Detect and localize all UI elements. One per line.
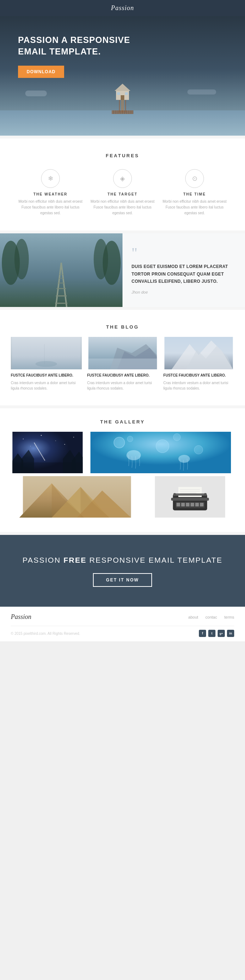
feature-item-time: ⊙ THE TIME Morbi non efficitur nibh duis… (162, 169, 227, 216)
social-linkedin-icon[interactable]: in (227, 630, 234, 637)
blog-image-3 (163, 337, 234, 369)
svg-rect-65 (186, 503, 190, 506)
feature-weather-name: THE WEATHER (18, 192, 83, 196)
svg-point-32 (23, 439, 24, 439)
gallery-section: THE GALLERY (0, 408, 245, 532)
features-grid: ❄ THE WEATHER Morbi non efficitur nibh d… (11, 169, 234, 216)
footer-nav-about[interactable]: about (188, 615, 199, 619)
cta-title-part2: RESPONSIVE EMAIL TEMPLATE (87, 556, 222, 564)
svg-point-49 (173, 434, 180, 441)
footer-copyright: © 2015 pixelthird.com. All Rights Reserv… (11, 632, 80, 636)
svg-point-22 (35, 361, 57, 367)
social-googleplus-icon[interactable]: g+ (218, 630, 225, 637)
hero-illustration (18, 89, 227, 135)
svg-rect-27 (88, 358, 157, 369)
svg-point-36 (30, 446, 31, 446)
time-icon: ⊙ (185, 169, 204, 188)
quote-text: DUIS EGET EUISMOD ET LOREM PLACERAT TORT… (131, 263, 236, 285)
blog-item-3-title: FUSTCE FAUCIBUSY ANTE LIBERO. (163, 373, 234, 378)
header: Passion (0, 0, 245, 16)
social-facebook-icon[interactable]: f (199, 630, 206, 637)
footer-bottom-row: © 2015 pixelthird.com. All Rights Reserv… (11, 626, 234, 637)
quote-author: Jhon doe (131, 290, 236, 294)
blog-item-2: FUSTCE FAUCIBUSY ANTE LIBERO. Cras inter… (87, 337, 158, 391)
blog-item-1-desc: Cras interdum vestum a dolor amet turisi… (11, 380, 82, 391)
separator-4 (0, 406, 245, 408)
get-it-now-button[interactable]: GET IT NOW (93, 573, 152, 587)
svg-point-10 (14, 239, 29, 279)
blog-item-2-desc: Cras interdum vestum a dolor amet turisi… (87, 380, 158, 391)
svg-point-48 (156, 440, 169, 453)
blog-item-3: FUSTCE FAUCIBUSY ANTE LIBERO. Cras inter… (163, 337, 234, 391)
separator-3 (0, 307, 245, 310)
svg-point-75 (204, 493, 207, 496)
blog-item-3-desc: Cras interdum vestum a dolor amet turisi… (163, 380, 234, 391)
blog-item-1: FUSTCE FAUCIBUSY ANTE LIBERO. Cras inter… (11, 337, 82, 391)
svg-point-74 (173, 493, 176, 496)
svg-rect-7 (125, 92, 128, 95)
footer-nav-terms[interactable]: terms (224, 615, 234, 619)
svg-rect-64 (181, 503, 185, 506)
gallery-img-typewriter (146, 476, 234, 518)
features-title: FEATURES (11, 153, 234, 158)
svg-rect-63 (177, 503, 180, 506)
footer-top-row: Passion about contac terms (11, 613, 234, 621)
gallery-top-row (11, 432, 234, 473)
svg-rect-5 (121, 95, 124, 100)
gallery-img-jellyfish (87, 432, 234, 473)
blog-item-1-title: FUSTCE FAUCIBUSY ANTE LIBERO. (11, 373, 82, 378)
svg-point-37 (64, 444, 65, 445)
feature-weather-desc: Morbi non efficitur nibh duis amet eroes… (18, 199, 83, 216)
blog-section: THE BLOG FUSTCE FAUCIBUSY ANTE LIBERO. C… (0, 310, 245, 406)
footer: Passion about contac terms © 2015 pixelt… (0, 607, 245, 641)
gallery-img-stars (11, 432, 84, 473)
feature-item-weather: ❄ THE WEATHER Morbi non efficitur nibh d… (18, 169, 83, 216)
cta-title: PASSION FREE RESPONSIVE EMAIL TEMPLATE (11, 555, 234, 565)
footer-nav-contact[interactable]: contac (205, 615, 217, 619)
svg-point-35 (74, 437, 74, 438)
cta-section: PASSION FREE RESPONSIVE EMAIL TEMPLATE G… (0, 535, 245, 607)
social-twitter-icon[interactable]: t (208, 630, 215, 637)
blog-image-1 (11, 337, 82, 369)
cta-title-part1: PASSION (23, 556, 64, 564)
cta-title-strong: FREE (63, 556, 87, 564)
separator-2 (0, 231, 245, 233)
feature-target-name: THE TARGET (90, 192, 155, 196)
separator-5 (0, 532, 245, 535)
blog-title: THE BLOG (11, 324, 234, 330)
target-icon: ◈ (113, 169, 132, 188)
quote-content: " DUIS EGET EUISMOD ET LOREM PLACERAT TO… (122, 233, 245, 307)
gallery-img-desert (11, 476, 143, 518)
svg-rect-6 (117, 92, 120, 95)
hero-section: PASSION A RESPONSIVE EMAIL TEMPLATE. DOW… (0, 16, 245, 135)
download-button[interactable]: DOWNLOAD (18, 66, 64, 78)
hero-title: PASSION A RESPONSIVE EMAIL TEMPLATE. (18, 34, 141, 58)
feature-time-desc: Morbi non efficitur nibh duis amet eroes… (162, 199, 227, 216)
features-section: FEATURES ❄ THE WEATHER Morbi non efficit… (0, 138, 245, 231)
svg-point-12 (94, 239, 108, 279)
svg-point-50 (194, 445, 203, 454)
svg-rect-61 (171, 498, 209, 501)
footer-social: f t g+ in (199, 630, 234, 637)
blog-item-2-title: FUSTCE FAUCIBUSY ANTE LIBERO. (87, 373, 158, 378)
svg-rect-68 (200, 503, 204, 506)
feature-item-target: ◈ THE TARGET Morbi non efficitur nibh du… (90, 169, 155, 216)
quote-section: " DUIS EGET EUISMOD ET LOREM PLACERAT TO… (0, 233, 245, 307)
svg-marker-4 (115, 84, 130, 91)
feature-target-desc: Morbi non efficitur nibh duis amet eroes… (90, 199, 155, 216)
weather-icon: ❄ (41, 169, 60, 188)
quote-mark-icon: " (131, 246, 236, 260)
svg-point-33 (41, 435, 41, 436)
gallery-title: THE GALLERY (11, 419, 234, 425)
gallery-bottom-row (11, 476, 234, 518)
footer-nav: about contac terms (188, 615, 234, 619)
blog-grid: FUSTCE FAUCIBUSY ANTE LIBERO. Cras inter… (11, 337, 234, 391)
svg-rect-67 (195, 503, 199, 506)
quote-image (0, 233, 122, 307)
blog-image-2 (87, 337, 158, 369)
svg-rect-73 (175, 493, 205, 496)
header-logo: Passion (111, 4, 134, 11)
svg-rect-66 (191, 503, 194, 506)
footer-logo: Passion (11, 613, 32, 621)
svg-point-47 (127, 436, 133, 442)
